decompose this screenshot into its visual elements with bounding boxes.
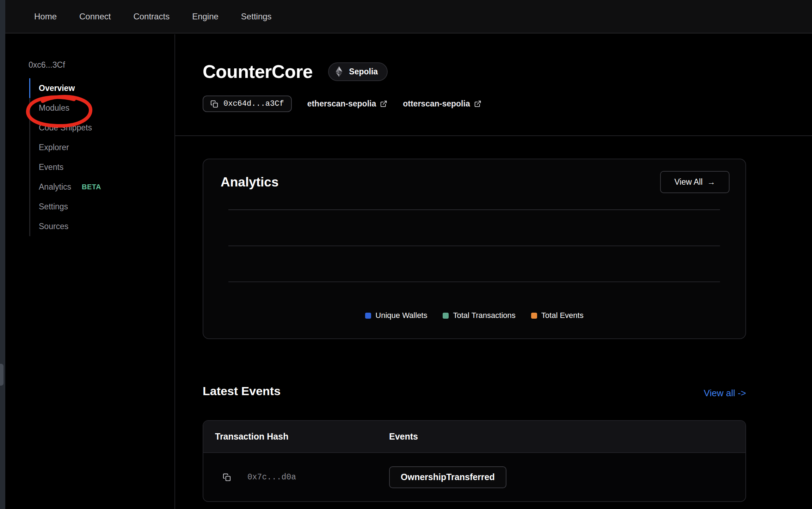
analytics-title: Analytics	[221, 175, 279, 190]
contract-address-short: 0xc64d...a3Cf	[223, 99, 284, 108]
beta-badge: BETA	[82, 183, 101, 191]
sidebar-item-analytics[interactable]: Analytics BETA	[5, 177, 174, 197]
copy-icon	[223, 473, 231, 481]
sidebar-item-settings[interactable]: Settings	[5, 197, 174, 216]
latest-events-view-all-link[interactable]: View all ->	[704, 388, 746, 399]
table-row: 0x7c...d0a OwnershipTransferred	[203, 453, 745, 501]
sidebar-item-explorer[interactable]: Explorer	[5, 137, 174, 157]
event-badge[interactable]: OwnershipTransferred	[389, 466, 506, 488]
sidebar-item-code-snippets[interactable]: Code Snippets	[5, 118, 174, 137]
drawer-drag-handle[interactable]	[0, 364, 4, 386]
latest-events-table: Transaction Hash Events 0x7c...d0a Owner…	[203, 420, 746, 502]
contract-meta-row: 0xc64d...a3Cf etherscan-sepolia ottersca…	[203, 96, 481, 112]
sidebar-item-sources[interactable]: Sources	[5, 216, 174, 236]
link-otterscan-sepolia[interactable]: otterscan-sepolia	[403, 99, 481, 109]
ethereum-icon	[334, 66, 344, 77]
chart-legend: Unique Wallets Total Transactions Total …	[203, 311, 745, 320]
column-header-transaction-hash: Transaction Hash	[215, 421, 288, 452]
legend-item-total-transactions: Total Transactions	[443, 311, 515, 320]
left-edge-strip	[0, 0, 5, 509]
chart-gridline	[228, 245, 720, 246]
nav-item-engine[interactable]: Engine	[192, 12, 219, 22]
page-title: CounterCore	[203, 61, 313, 82]
link-etherscan-sepolia[interactable]: etherscan-sepolia	[307, 99, 388, 109]
legend-swatch-total-transactions	[443, 313, 449, 319]
copy-icon	[210, 100, 218, 108]
transaction-hash: 0x7c...d0a	[247, 473, 296, 482]
nav-item-contracts[interactable]: Contracts	[133, 12, 170, 22]
sidebar-nav: Overview Modules Code Snippets Explorer …	[5, 78, 174, 236]
nav-item-home[interactable]: Home	[34, 12, 57, 22]
sidebar-contract-address: 0xc6...3Cf	[29, 60, 65, 70]
table-header: Transaction Hash Events	[203, 421, 745, 453]
external-link-icon	[474, 100, 481, 108]
contract-sidebar: 0xc6...3Cf Overview Modules Code Snippet…	[5, 34, 175, 509]
analytics-chart	[228, 209, 720, 283]
nav-item-settings[interactable]: Settings	[241, 12, 272, 22]
page-header: CounterCore Sepolia	[203, 61, 388, 82]
analytics-view-all-button[interactable]: View All →	[660, 171, 730, 193]
latest-events-title: Latest Events	[203, 384, 281, 398]
arrow-right-icon: →	[707, 177, 715, 187]
legend-item-total-events: Total Events	[531, 311, 584, 320]
contract-address-copy-button[interactable]: 0xc64d...a3Cf	[203, 96, 292, 112]
column-header-events: Events	[389, 421, 418, 452]
analytics-card: Analytics View All → Unique Wallets Tota…	[203, 159, 746, 339]
copy-tx-hash-button[interactable]	[223, 473, 231, 481]
legend-item-unique-wallets: Unique Wallets	[365, 311, 427, 320]
sidebar-item-overview[interactable]: Overview	[5, 78, 174, 98]
sidebar-item-events[interactable]: Events	[5, 157, 174, 177]
external-link-icon	[380, 100, 387, 108]
nav-item-connect[interactable]: Connect	[79, 12, 111, 22]
top-nav: Home Connect Contracts Engine Settings	[5, 0, 812, 33]
chart-gridline	[228, 209, 720, 210]
legend-swatch-total-events	[531, 313, 537, 319]
header-divider	[175, 135, 812, 136]
chart-gridline	[228, 281, 720, 282]
legend-swatch-unique-wallets	[365, 313, 371, 319]
main-content: CounterCore Sepolia 0xc64d...a3Cf ethers…	[175, 34, 812, 509]
network-badge-label: Sepolia	[349, 67, 378, 76]
network-badge[interactable]: Sepolia	[328, 62, 388, 81]
sidebar-item-modules[interactable]: Modules	[5, 98, 174, 118]
